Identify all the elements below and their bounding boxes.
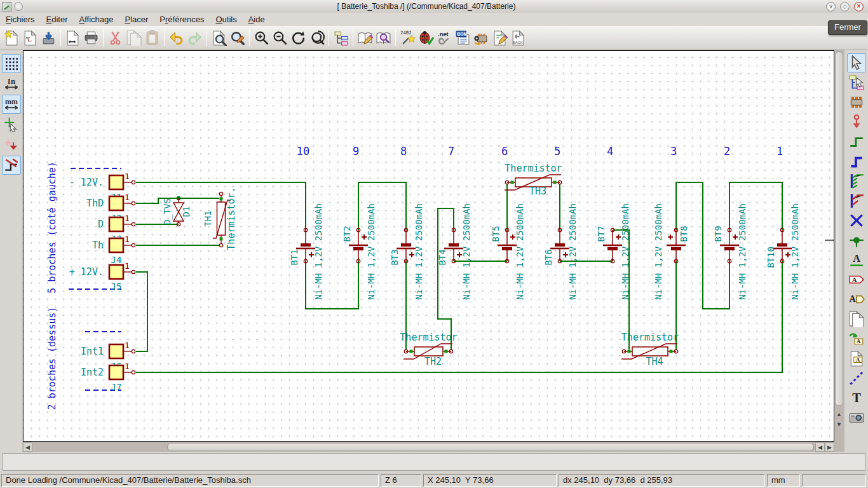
- battery-BT4[interactable]: BT4Ni-MH 1,2V 2500mAh: [437, 203, 471, 300]
- battery-BT6[interactable]: BT6Ni-MH 1,2V 2500mAh: [543, 203, 578, 300]
- open-schematic-button[interactable]: [21, 28, 39, 48]
- menu-outils[interactable]: Outils: [210, 13, 242, 25]
- new-schematic-button[interactable]: [3, 28, 21, 48]
- horizontal-scrollbar[interactable]: ◀ ◀ ▶: [23, 442, 834, 452]
- back-annotate-button[interactable]: BACK: [509, 28, 527, 48]
- place-bus-tool-button[interactable]: [847, 152, 866, 171]
- run-cvpcb-button[interactable]: [472, 28, 491, 48]
- menu-editer[interactable]: Editer: [41, 13, 74, 25]
- place-power-port-tool-button[interactable]: [847, 112, 866, 132]
- print-button[interactable]: [82, 28, 100, 48]
- close-button[interactable]: ×: [854, 2, 864, 11]
- menu-affichage[interactable]: Affichage: [74, 13, 119, 25]
- battery-BT2[interactable]: BT2Ni-MH 1,2V 2500mAh: [342, 203, 376, 300]
- place-hierarchical-sheet-tool-button[interactable]: [847, 309, 866, 329]
- place-graphic-line-tool-button[interactable]: [847, 369, 866, 388]
- battery-BT5[interactable]: BT5Ni-MH 1,2V 2500mAh: [491, 203, 525, 300]
- scroll-left-icon[interactable]: ◀: [23, 442, 32, 452]
- run-pcbnew-button[interactable]: [491, 28, 509, 48]
- thermistor-TH3[interactable]: ThermistorTH3: [505, 163, 562, 197]
- scroll-up-icon[interactable]: ▲: [834, 409, 844, 419]
- connector-J4[interactable]: 1ThJ4: [92, 234, 135, 265]
- cursor-tool-button[interactable]: [847, 53, 866, 72]
- minimize-button[interactable]: ∨: [826, 2, 836, 11]
- library-editor-button[interactable]: [356, 28, 374, 48]
- place-sheet-pin-tool-button[interactable]: A: [847, 349, 866, 368]
- connector-body[interactable]: [109, 175, 123, 189]
- units-inch-button[interactable]: In: [2, 74, 21, 93]
- battery-BT8[interactable]: BT8Ni-MH 1,2V 2500mAh: [653, 203, 689, 300]
- hierarchy-navigator-button[interactable]: [332, 28, 350, 48]
- vscroll-thumb[interactable]: [835, 51, 843, 406]
- find-replace-button[interactable]: [228, 28, 247, 48]
- thermistor-TH4[interactable]: ThermistorTH4: [621, 332, 679, 367]
- scroll-left-icon[interactable]: ◀: [815, 442, 825, 452]
- battery-BT10[interactable]: BT10Ni-MH 1,2V 2500mAh: [766, 203, 800, 300]
- paste-button[interactable]: [143, 28, 161, 48]
- place-image-tool-button[interactable]: [847, 408, 866, 427]
- save-schematic-button[interactable]: [39, 28, 58, 48]
- units-mm-button[interactable]: mm: [2, 95, 21, 114]
- bus-to-bus-entry-tool-button[interactable]: [847, 191, 866, 210]
- place-net-label-tool-button[interactable]: A: [847, 250, 866, 269]
- hidden-pins-button[interactable]: [2, 135, 21, 154]
- import-sheet-pin-tool-button[interactable]: A: [847, 329, 866, 348]
- battery-BT9[interactable]: BT9Ni-MH 1,2V 2500mAh: [713, 203, 747, 300]
- scroll-down-icon[interactable]: ▼: [834, 419, 844, 429]
- scroll-right-icon[interactable]: ▶: [825, 442, 834, 452]
- wire[interactable]: [136, 261, 782, 372]
- schematic-canvas[interactable]: 109876543215 broches (coté gauche)2 broc…: [23, 50, 834, 442]
- cursor-shape-button[interactable]: [2, 115, 21, 134]
- connector-body[interactable]: [109, 196, 123, 210]
- copy-button[interactable]: [125, 28, 143, 48]
- redraw-button[interactable]: [289, 28, 308, 48]
- battery-BT3[interactable]: BT3Ni-MH 1,2V 2500mAh: [390, 203, 424, 300]
- hierarchy-navigation-tool-button[interactable]: [847, 73, 866, 92]
- place-hierarchical-label-tool-button[interactable]: A: [847, 290, 866, 309]
- diode-D1[interactable]: D_TVSD1: [162, 198, 191, 226]
- generate-netlist-button[interactable]: .net: [435, 28, 454, 48]
- place-text-tool-button[interactable]: T: [847, 388, 866, 407]
- hscroll-track[interactable]: [32, 442, 815, 452]
- redo-button[interactable]: [186, 28, 204, 48]
- zoom-fit-button[interactable]: [308, 28, 326, 48]
- connector-body[interactable]: [109, 365, 123, 379]
- page-settings-button[interactable]: [64, 28, 82, 48]
- zoom-in-button[interactable]: [252, 28, 271, 48]
- cut-button[interactable]: [106, 28, 125, 48]
- vertical-scrollbar[interactable]: ▲ ▼: [834, 50, 844, 452]
- connector-J7[interactable]: 1Int2J7: [81, 362, 135, 392]
- annotate-button[interactable]: 2402: [398, 28, 417, 48]
- undo-button[interactable]: [167, 28, 186, 48]
- battery-BT1[interactable]: BT1Ni-MH 1,2V 2500mAh: [289, 203, 323, 300]
- find-button[interactable]: [210, 28, 228, 48]
- window-shade-button[interactable]: [14, 2, 23, 11]
- menu-aide[interactable]: Aide: [243, 13, 271, 25]
- erc-check-button[interactable]: [417, 28, 435, 48]
- grid-toggle-button[interactable]: [2, 54, 21, 73]
- menu-preferences[interactable]: Préférences: [154, 13, 210, 25]
- place-component-tool-button[interactable]: [847, 93, 866, 112]
- place-wire-tool-button[interactable]: [847, 132, 866, 151]
- connector-body[interactable]: [109, 238, 123, 252]
- hscroll-thumb[interactable]: [167, 443, 814, 451]
- menu-placer[interactable]: Placer: [119, 13, 154, 25]
- thermistor-TH1[interactable]: TH1Thermistor.: [203, 187, 237, 250]
- battery-BT7[interactable]: BT7Ni-MH 1,2V 2500mAh: [596, 203, 630, 300]
- wire[interactable]: [136, 272, 147, 351]
- connector-body[interactable]: [109, 344, 123, 358]
- hv-orientation-button[interactable]: [2, 156, 21, 175]
- menu-fichiers[interactable]: Fichiers: [0, 13, 41, 25]
- place-global-label-tool-button[interactable]: A: [847, 270, 866, 289]
- thermistor-TH2[interactable]: ThermistorTH2: [400, 332, 457, 367]
- maximize-button[interactable]: ◇: [840, 2, 850, 11]
- wire-to-bus-entry-tool-button[interactable]: [847, 172, 866, 191]
- connector-body[interactable]: [109, 265, 123, 279]
- no-connect-flag-tool-button[interactable]: [847, 211, 866, 230]
- wire[interactable]: [438, 208, 454, 349]
- connector-body[interactable]: [109, 217, 123, 231]
- zoom-out-button[interactable]: [271, 28, 289, 48]
- place-junction-tool-button[interactable]: [847, 231, 866, 250]
- bill-of-materials-button[interactable]: BOM: [454, 28, 472, 48]
- connector-J5[interactable]: 1+ 12V.J5: [69, 261, 135, 292]
